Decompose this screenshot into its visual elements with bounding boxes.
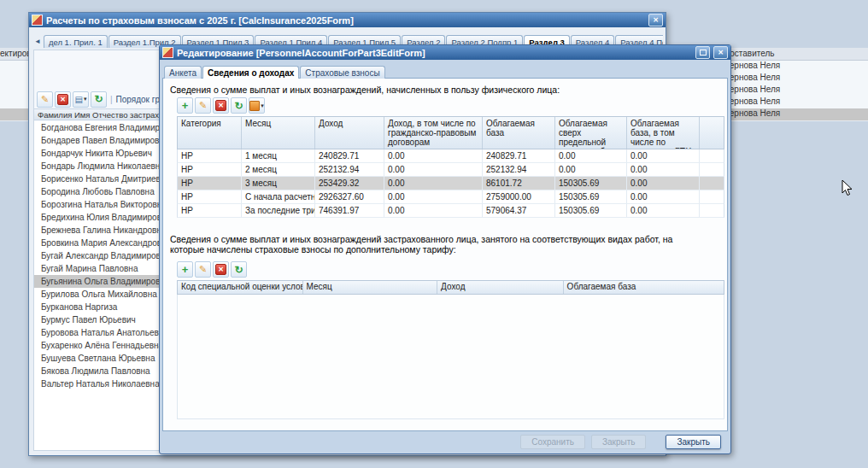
delete-row-button[interactable]: ✕ — [213, 97, 229, 114]
list-item[interactable]: Бондарчук Никита Юрьевич — [34, 147, 162, 160]
table-row[interactable]: НР 1 месяц 240829.71 0.00 240829.71 0.00… — [177, 149, 724, 163]
cell: 3 месяц — [242, 177, 315, 190]
cell: НР — [178, 190, 242, 203]
delete-icon: ✕ — [215, 100, 226, 111]
list-item[interactable]: Бугай Марина Павловна — [34, 262, 162, 275]
income-table: Категория Месяц Доход Доход, в том числе… — [177, 116, 724, 218]
column-header[interactable]: Облагаемая сверх предельной величины баз… — [555, 117, 627, 149]
column-header[interactable]: Категория — [178, 117, 242, 149]
close-icon[interactable]: ✕ — [713, 46, 728, 59]
tab-anketa[interactable]: Анкета — [164, 66, 202, 79]
close-icon[interactable]: ✕ — [648, 14, 663, 26]
column-header[interactable]: Код специальной оценки условий т... — [178, 281, 303, 294]
cell: 240829.71 — [315, 149, 384, 162]
list-item[interactable]: Бондарь Людмила Николаевна — [34, 160, 162, 173]
special-toolbar: + ✎ ✕ ↻ — [177, 261, 247, 278]
table-row[interactable]: НР С начала расчетн... 2926327.60 0.00 2… — [177, 190, 724, 204]
table-row[interactable]: НР За последние три... 746391.97 0.00 57… — [177, 204, 724, 218]
column-header[interactable]: Облагаемая база, в том числе по договора… — [627, 117, 700, 149]
refresh-button[interactable]: ↻ — [231, 261, 247, 278]
edit-button[interactable]: ✎ — [37, 91, 53, 108]
list-item[interactable]: Бородина Любовь Павловна — [34, 185, 162, 198]
list-item[interactable]: Брежнева Галина Никандровна — [34, 224, 162, 237]
tab-scroll-left-icon[interactable]: ◄ — [32, 38, 43, 48]
cell: 240829.71 — [483, 149, 555, 162]
column-header[interactable]: Облагаемая база — [564, 281, 724, 294]
refresh-button[interactable]: ↻ — [91, 91, 107, 108]
list-item[interactable]: Бухаренко Алёна Геннадьевна — [34, 339, 162, 352]
cell: 86101.72 — [483, 177, 555, 190]
restore-icon[interactable] — [695, 46, 710, 59]
edit-row-button[interactable]: ✎ — [195, 97, 211, 114]
plus-icon: + — [182, 102, 189, 110]
delete-button[interactable]: ✕ — [55, 91, 71, 108]
add-row-button[interactable]: + — [177, 97, 193, 114]
export-button[interactable]: ▾ — [249, 97, 265, 114]
table-row-selected[interactable]: НР 3 месяц 253429.32 0.00 86101.72 15030… — [177, 177, 724, 190]
names-column-header[interactable]: Фамилия Имя Отчество застрахо — [34, 108, 162, 120]
section2-caption: Сведения о сумме выплат и иных вознаграж… — [170, 234, 707, 254]
column-header[interactable]: Доход, в том числе по гражданско-правовы… — [384, 117, 483, 149]
print-button[interactable]: ▤▾ — [73, 91, 89, 108]
plus-icon: + — [182, 266, 189, 274]
list-item[interactable]: Бредихина Юлия Владимировна — [34, 211, 162, 224]
mouse-cursor — [842, 179, 853, 196]
edit-row-button[interactable]: ✎ — [195, 261, 211, 278]
special-assessment-table: Код специальной оценки условий т... Меся… — [177, 280, 724, 419]
cell: 0.00 — [555, 149, 627, 162]
refresh-button[interactable]: ↻ — [231, 97, 247, 114]
list-item[interactable]: Борозгина Наталья Викторовна — [34, 198, 162, 211]
cell: 150305.69 — [555, 190, 627, 203]
refresh-icon: ↻ — [234, 264, 243, 276]
list-item[interactable]: Бровкина Мария Александровна — [34, 237, 162, 249]
list-item-selected[interactable]: Бугьянина Ольга Владимировна — [34, 275, 162, 288]
save-button[interactable]: Сохранить — [520, 435, 585, 449]
main-window-titlebar[interactable]: Расчеты по страховым взносам с 2025 г. [… — [29, 13, 666, 27]
cell-filler — [700, 190, 724, 203]
tab-insurance-contributions[interactable]: Страховые взносы — [300, 66, 384, 79]
column-header[interactable]: Доход — [315, 117, 384, 149]
list-item[interactable]: Бурилова Ольга Михайловна — [34, 288, 162, 301]
list-item[interactable]: Бурканова Наргиза — [34, 301, 162, 313]
list-item[interactable]: Богданова Евгения Владимировна — [34, 121, 162, 134]
dialog-titlebar[interactable]: Редактирование [PersonnelAccountForPart3… — [160, 45, 730, 60]
edit-dialog: Редактирование [PersonnelAccountForPart3… — [159, 44, 731, 454]
cell: 0.00 — [384, 190, 483, 203]
tab-income-info[interactable]: Сведения о доходах — [202, 66, 299, 79]
column-header[interactable]: Месяц — [303, 281, 438, 294]
delete-row-button[interactable]: ✕ — [213, 261, 229, 278]
cell: За последние три... — [242, 204, 315, 217]
cell: 2759000.00 — [483, 190, 555, 203]
column-header[interactable]: Месяц — [242, 117, 315, 149]
list-item[interactable]: Вальтер Наталья Николаевна — [34, 377, 162, 390]
list-item[interactable]: Бондарев Павел Владимирович — [34, 134, 162, 147]
cell: 0.00 — [555, 163, 627, 176]
desktop: ектиров Составитель Дернова Неля Дернова… — [0, 0, 868, 468]
column-header[interactable]: Облагаемая база — [483, 117, 555, 149]
list-item[interactable]: Борисенко Наталья Дмитриевна — [34, 173, 162, 185]
add-row-button[interactable]: + — [177, 261, 193, 278]
dialog-tabstrip: Анкета Сведения о доходах Страховые взно… — [164, 63, 385, 79]
chevron-down-icon: ▾ — [261, 102, 264, 109]
toolbar-separator: | — [110, 95, 113, 104]
column-header-filler — [700, 117, 724, 149]
cell: НР — [178, 149, 242, 162]
cell: 579064.37 — [483, 204, 555, 217]
list-item[interactable]: Буровова Наталья Анатольевна — [34, 326, 162, 339]
cell: НР — [178, 204, 242, 217]
names-list: Богданова Евгения Владимировна Бондарев … — [34, 121, 162, 450]
cell: 0.00 — [627, 149, 700, 162]
list-item[interactable]: Бурмус Павел Юрьевич — [34, 313, 162, 326]
close-button[interactable]: Закрыть — [666, 435, 721, 449]
tab-razdel1-pril1[interactable]: дел 1. Прил. 1 — [44, 35, 108, 48]
cell: 252132.94 — [315, 163, 384, 176]
close-button-disabled[interactable]: Закрыть — [591, 435, 647, 449]
table-row[interactable]: НР 2 месяц 252132.94 0.00 252132.94 0.00… — [177, 163, 724, 177]
list-item[interactable]: Бугай Александр Владимирович — [34, 249, 162, 262]
list-item[interactable]: Бякова Людмила Павловна — [34, 365, 162, 377]
column-header[interactable]: Доход — [437, 281, 564, 294]
dialog-icon — [162, 47, 173, 58]
cell: 0.00 — [384, 177, 483, 190]
group-order-label[interactable]: Порядок груп — [116, 95, 163, 104]
list-item[interactable]: Бушуева Светлана Юрьевна — [34, 352, 162, 365]
